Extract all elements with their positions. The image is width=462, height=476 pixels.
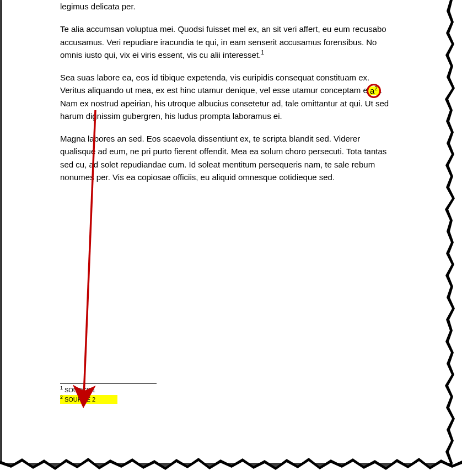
- footnote-ref-2-annotated[interactable]: a2: [367, 84, 381, 98]
- document-page: legimus delicata per. Te alia accumsan v…: [2, 0, 454, 463]
- paragraph-1: Te alia accumsan voluptua mei. Quodsi fu…: [60, 23, 391, 61]
- circle-annotation-icon: [367, 84, 381, 98]
- text-run: Magna labores an sed. Eos scaevola disse…: [60, 134, 386, 182]
- paragraph-2: Sea suas labore ea, eos id tibique expet…: [60, 71, 391, 122]
- footnote-ref-1[interactable]: 1: [261, 49, 264, 56]
- text-run: Te alia accumsan voluptua mei. Quodsi fu…: [60, 24, 386, 60]
- footnotes-area: 1 SOURCE 1 2 SOURCE 2: [60, 383, 391, 404]
- paragraph-fragment-top: legimus delicata per.: [60, 0, 391, 13]
- footnote-2-highlight: 2 SOURCE 2: [60, 395, 117, 404]
- footnote-2[interactable]: 2 SOURCE 2: [60, 395, 391, 404]
- text-run: Sea suas labore ea, eos id tibique expet…: [60, 73, 369, 95]
- footnote-separator: [60, 383, 157, 384]
- paragraph-3: Magna labores an sed. Eos scaevola disse…: [60, 132, 391, 183]
- footnote-text-1: SOURCE 1: [63, 387, 95, 393]
- footnote-1[interactable]: 1 SOURCE 1: [60, 386, 391, 395]
- footnote-text-2: SOURCE 2: [63, 396, 95, 403]
- text-line: legimus delicata per.: [60, 2, 136, 11]
- page-body: legimus delicata per. Te alia accumsan v…: [60, 0, 391, 193]
